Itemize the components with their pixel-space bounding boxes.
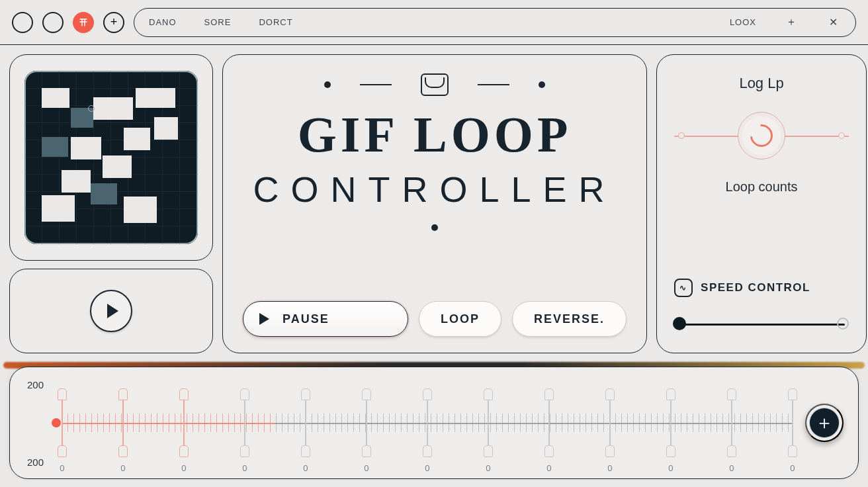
loop-button[interactable]: LOOP: [419, 301, 501, 337]
topbar: + DANO SORE DORCT LOOX ＋ ✕: [0, 0, 868, 45]
speed-label: SPEED CONTROL: [701, 281, 810, 294]
loglp-label: Log Lp: [674, 75, 849, 92]
timeline-tick-label: 0: [120, 463, 125, 473]
loop-label: LOOP: [441, 312, 480, 326]
timeline-tick[interactable]: 0: [488, 391, 489, 455]
record-button[interactable]: [73, 12, 94, 33]
title-ornament: [324, 73, 545, 96]
app-title-line1: GIF LOOP: [298, 109, 572, 161]
timeline-tick-label: 0: [790, 463, 795, 473]
play-button[interactable]: [90, 290, 132, 332]
timeline-tick[interactable]: 0: [244, 391, 245, 455]
timeline-tick[interactable]: 0: [366, 391, 367, 455]
timeline-tick-label: 0: [607, 463, 612, 473]
timeline-major-ticks: 0000000000000: [62, 391, 792, 455]
timeline-tick[interactable]: 0: [670, 391, 672, 455]
timeline-tick-label: 0: [364, 463, 369, 473]
wave-icon: ∿: [674, 279, 693, 297]
menu-item[interactable]: DANO: [149, 17, 177, 27]
play-icon: [107, 304, 118, 318]
record-glyph-icon: [78, 17, 89, 28]
timeline-tick-label: 0: [729, 463, 734, 473]
timeline-tick[interactable]: 0: [548, 391, 550, 455]
timeline-playhead[interactable]: [52, 418, 61, 427]
main-area: GIF LOOP CONTROLLER PAUSE LOOP REVERSE. …: [0, 45, 868, 353]
gif-preview[interactable]: [24, 71, 198, 244]
controls-panel: Log Lp Loop counts ∿ SPEED CONTROL: [656, 54, 867, 353]
timeline-tick-label: 0: [546, 463, 551, 473]
menu-item[interactable]: DORCT: [259, 17, 292, 27]
timeline-tick-label: 0: [668, 463, 673, 473]
timeline-tick[interactable]: 0: [183, 391, 185, 455]
timeline-tick[interactable]: 0: [62, 391, 63, 455]
timeline-tick[interactable]: 0: [731, 391, 732, 455]
timeline-tick[interactable]: 0: [609, 391, 611, 455]
new-button[interactable]: +: [103, 12, 124, 33]
timeline-panel: 200 200 0000000000000 ＋: [9, 367, 859, 479]
timeline-add-button[interactable]: ＋: [805, 404, 844, 442]
speed-control-header: ∿ SPEED CONTROL: [674, 279, 849, 297]
pause-label: PAUSE: [282, 312, 329, 326]
reverse-button[interactable]: REVERSE.: [512, 301, 627, 337]
plus-icon[interactable]: ＋: [784, 15, 799, 30]
timeline-tick-label: 0: [60, 463, 64, 473]
timeline-tick[interactable]: 0: [305, 391, 306, 455]
timeline-tick-label: 0: [486, 463, 490, 473]
loop-dial[interactable]: [674, 104, 849, 167]
left-column: [9, 54, 213, 353]
reverse-label: REVERSE.: [534, 312, 605, 326]
menu-bar: DANO SORE DORCT LOOX ＋ ✕: [134, 8, 856, 37]
pause-button[interactable]: PAUSE: [243, 301, 408, 337]
timeline-tick-label: 0: [425, 463, 429, 473]
window-control-2[interactable]: [42, 12, 64, 33]
timeline-tick-label: 0: [181, 463, 186, 473]
window-control-1[interactable]: [12, 12, 33, 33]
preview-panel: [9, 54, 213, 261]
timeline-tick-label: 0: [242, 463, 247, 473]
loop-counts-label: Loop counts: [674, 179, 849, 195]
timeline-tick[interactable]: 0: [792, 391, 793, 455]
timeline-bottom-value: 200: [27, 457, 44, 468]
play-panel: [9, 269, 213, 353]
app-title-line2: CONTROLLER: [253, 169, 616, 210]
menu-item[interactable]: SORE: [204, 17, 232, 27]
title-separator-dot: [431, 224, 438, 231]
play-icon: [259, 313, 269, 325]
speed-slider[interactable]: [674, 312, 849, 335]
timeline-tick-label: 0: [303, 463, 308, 473]
timeline-tick[interactable]: 0: [122, 391, 124, 455]
menu-right-label[interactable]: LOOX: [730, 17, 756, 27]
timeline-tick[interactable]: 0: [427, 391, 428, 455]
envelope-icon: [421, 73, 449, 96]
timeline-top-value: 200: [27, 379, 44, 390]
close-icon[interactable]: ✕: [826, 15, 841, 30]
transport-buttons: PAUSE LOOP REVERSE.: [243, 301, 627, 337]
title-panel: GIF LOOP CONTROLLER PAUSE LOOP REVERSE.: [222, 54, 647, 353]
